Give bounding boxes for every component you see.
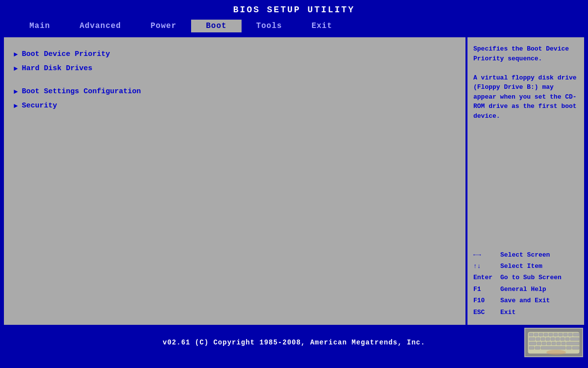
svg-rect-7 — [559, 333, 563, 336]
key-desc-4: Save and Exit — [500, 295, 550, 306]
key-desc-2: Go to Sub Screen — [500, 272, 562, 283]
svg-rect-30 — [541, 346, 565, 349]
svg-rect-3 — [539, 333, 543, 336]
svg-rect-32 — [572, 346, 579, 349]
svg-rect-14 — [546, 338, 550, 341]
key-row-0: ←→Select Screen — [473, 249, 578, 261]
entry-arrow-icon: ► — [14, 88, 18, 96]
menu-item-advanced[interactable]: Advanced — [65, 20, 136, 32]
help-line-0: Specifies the Boot Device Priority seque… — [473, 45, 569, 62]
svg-rect-20 — [529, 342, 536, 345]
entry-label: Boot Device Priority — [22, 50, 110, 58]
menu-entry-2[interactable]: ►Boot Settings Configuration — [12, 84, 458, 99]
entry-arrow-icon: ► — [14, 65, 18, 73]
svg-rect-4 — [544, 333, 548, 336]
key-name-4: F10 — [473, 295, 500, 306]
svg-rect-31 — [566, 346, 571, 349]
svg-rect-22 — [542, 342, 546, 345]
key-desc-3: General Help — [500, 284, 546, 295]
svg-rect-18 — [565, 338, 569, 341]
key-desc-0: Select Screen — [500, 249, 550, 261]
svg-rect-26 — [562, 342, 565, 345]
svg-rect-15 — [551, 338, 555, 341]
svg-rect-8 — [564, 333, 567, 336]
key-name-1: ↑↓ — [473, 261, 500, 272]
key-row-5: ESCExit — [473, 307, 578, 318]
menu-item-exit[interactable]: Exit — [297, 20, 347, 32]
menu-item-boot[interactable]: Boot — [191, 20, 241, 32]
key-name-2: Enter — [473, 272, 500, 283]
entry-label: Boot Settings Configuration — [22, 87, 141, 96]
entry-arrow-icon: ► — [14, 51, 18, 58]
key-legend: ←→Select Screen↑↓Select ItemEnterGo to S… — [473, 249, 578, 318]
menu-item-tools[interactable]: Tools — [242, 20, 297, 32]
key-name-0: ←→ — [473, 249, 500, 261]
menu-entry-3[interactable]: ►Security — [12, 99, 458, 113]
svg-rect-16 — [556, 338, 560, 341]
help-text: Specifies the Boot Device Priority seque… — [473, 44, 578, 121]
entry-label: Security — [22, 102, 57, 110]
svg-rect-13 — [541, 338, 545, 341]
svg-rect-23 — [547, 342, 551, 345]
title-bar: BIOS SETUP UTILITY — [0, 0, 588, 18]
svg-rect-12 — [536, 338, 540, 341]
svg-rect-1 — [529, 333, 533, 336]
key-name-5: ESC — [473, 307, 500, 318]
svg-rect-2 — [534, 333, 538, 336]
right-panel: Specifies the Boot Device Priority seque… — [466, 37, 584, 325]
svg-rect-9 — [568, 333, 572, 336]
key-row-1: ↑↓Select Item — [473, 261, 578, 272]
left-panel: ►Boot Device Priority►Hard Disk Drives►B… — [4, 37, 466, 325]
svg-rect-28 — [529, 346, 534, 349]
key-row-3: F1General Help — [473, 284, 578, 295]
keyboard-thumbnail — [524, 328, 583, 357]
menu-item-power[interactable]: Power — [136, 20, 191, 32]
key-desc-5: Exit — [500, 307, 515, 318]
svg-rect-29 — [535, 346, 540, 349]
app-title: BIOS SETUP UTILITY — [233, 5, 355, 15]
entry-arrow-icon: ► — [14, 102, 18, 110]
svg-rect-21 — [537, 342, 541, 345]
key-row-4: F10Save and Exit — [473, 295, 578, 306]
svg-rect-27 — [566, 342, 579, 345]
help-line-2: A virtual floppy disk drive (Floppy Driv… — [473, 74, 577, 120]
svg-rect-6 — [554, 333, 558, 336]
svg-rect-17 — [561, 338, 564, 341]
svg-rect-24 — [552, 342, 556, 345]
svg-rect-10 — [573, 333, 579, 336]
entry-label: Hard Disk Drives — [22, 64, 92, 73]
menu-entry-1[interactable]: ►Hard Disk Drives — [12, 61, 458, 76]
svg-rect-19 — [570, 338, 579, 341]
footer: v02.61 (C) Copyright 1985-2008, American… — [0, 328, 588, 357]
key-desc-1: Select Item — [500, 261, 542, 272]
menu-item-main[interactable]: Main — [15, 20, 65, 32]
content-area: ►Boot Device Priority►Hard Disk Drives►B… — [3, 36, 585, 326]
menu-entry-0[interactable]: ►Boot Device Priority — [12, 47, 458, 61]
svg-rect-5 — [549, 333, 553, 336]
svg-rect-25 — [557, 342, 561, 345]
footer-text: v02.61 (C) Copyright 1985-2008, American… — [64, 339, 524, 346]
key-name-3: F1 — [473, 284, 500, 295]
svg-point-33 — [546, 350, 566, 355]
svg-rect-11 — [529, 338, 535, 341]
key-row-2: EnterGo to Sub Screen — [473, 272, 578, 283]
menu-bar: MainAdvancedPowerBootToolsExit — [0, 18, 588, 34]
